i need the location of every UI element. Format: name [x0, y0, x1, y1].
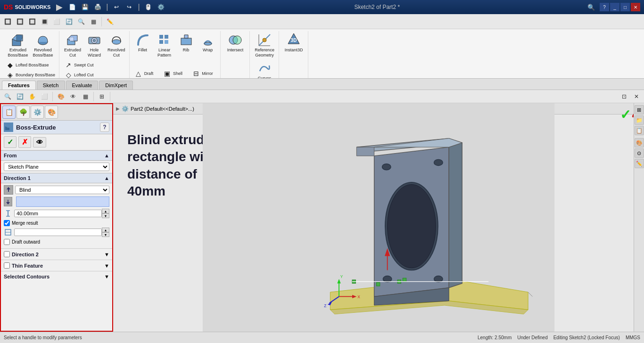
pan-btn[interactable]: ✋ — [26, 91, 38, 102]
view-sep1 — [52, 92, 53, 101]
rt-btn5[interactable]: ⊙ — [635, 148, 644, 158]
cursor-btn[interactable]: 🖱️ — [143, 1, 154, 13]
hide-show-btn[interactable]: 👁 — [67, 91, 79, 102]
intersect-btn[interactable]: Intersect — [225, 31, 246, 54]
display-style-btn[interactable]: 🎨 — [55, 91, 66, 102]
orient-btn[interactable]: ⊞ — [96, 91, 107, 102]
eye-btn[interactable]: 👁 — [33, 137, 46, 147]
svg-text:X: X — [357, 294, 360, 299]
rt-btn4[interactable]: 🎨 — [635, 138, 644, 147]
rt-btn2[interactable]: 📁 — [635, 115, 644, 125]
isometric-btn[interactable]: 🔳 — [39, 16, 50, 27]
draft-outward-checkbox[interactable] — [4, 239, 10, 245]
confirm-btn[interactable]: ✓ — [4, 136, 17, 148]
lofted-boss-btn[interactable]: ◆ Lofted Boss/Base — [4, 60, 57, 70]
help-btn[interactable]: ? — [600, 3, 609, 11]
search-area[interactable]: 🔍 — [587, 3, 595, 11]
redo-btn[interactable]: ↪ — [124, 1, 135, 13]
feature-tree-btn[interactable]: 🌳 — [17, 106, 30, 119]
from-section-body: Sketch Plane Surface/Face/Plane Vertex O… — [1, 161, 112, 173]
settings-btn[interactable]: ⚙️ — [156, 1, 167, 13]
distance-up-btn[interactable]: ▲ — [102, 209, 109, 213]
wrap-btn[interactable]: Wrap — [198, 31, 218, 68]
section-btn[interactable]: ▦ — [88, 16, 99, 27]
close-panel-btn[interactable]: ✕ — [631, 91, 642, 102]
boundary-boss-icon: ◈ — [6, 71, 14, 79]
selected-contours-section[interactable]: Selected Contours ▼ — [1, 271, 112, 282]
second-up-btn[interactable]: ▲ — [102, 228, 109, 232]
thin-feature-checkbox[interactable] — [4, 262, 10, 269]
svg-point-17 — [204, 42, 212, 45]
thin-feature-section[interactable]: Thin Feature ▼ — [1, 260, 112, 271]
instant3d-btn[interactable]: 3D Instant3D — [283, 31, 305, 54]
undo-btn[interactable]: ↩ — [111, 1, 122, 13]
direction2-section[interactable]: Direction 2 ▼ — [1, 248, 112, 260]
zoom-btn[interactable]: 🔍 — [75, 16, 87, 27]
svg-text:3D: 3D — [291, 38, 297, 43]
rt-btn6[interactable]: ✏️ — [635, 159, 644, 168]
merge-result-checkbox[interactable] — [4, 220, 10, 226]
mirror-btn[interactable]: ⊟ Mirror — [190, 69, 218, 78]
draft-btn[interactable]: △ Draft — [132, 69, 160, 78]
rotate-btn[interactable]: 🔄 — [63, 16, 74, 27]
second-input[interactable] — [14, 229, 102, 236]
section-view-btn[interactable]: ▦ — [80, 91, 91, 102]
rotate-view-btn[interactable]: 🔄 — [14, 91, 25, 102]
canvas-area[interactable]: ▶ ⚙️ Part2 (Default<<Default>...) ✓ ✗ Bl… — [113, 103, 644, 332]
save-btn[interactable]: 💾 — [79, 1, 91, 13]
distance-input[interactable]: 40.00mm — [14, 210, 102, 217]
from-dropdown[interactable]: Sketch Plane Surface/Face/Plane Vertex O… — [4, 163, 109, 171]
shell-btn[interactable]: ▣ Shell — [161, 69, 189, 78]
rt-btn3[interactable]: 📋 — [635, 126, 644, 135]
print-btn[interactable]: 🖨️ — [92, 1, 103, 13]
second-down-btn[interactable]: ▼ — [102, 232, 109, 237]
rib-btn[interactable]: Rib — [176, 31, 197, 68]
config-btn[interactable]: ⚙️ — [31, 106, 44, 119]
revolved-boss-btn[interactable]: RevolvedBoss/Base — [31, 31, 55, 59]
linear-pattern-btn[interactable]: LinearPattern — [154, 31, 175, 68]
help-btn[interactable]: ? — [100, 122, 109, 132]
extruded-boss-btn[interactable]: ExtrudedBoss/Base — [6, 31, 30, 59]
zoom-all-btn[interactable]: 🔍 — [2, 91, 13, 102]
top-view-btn[interactable]: 🔲 — [26, 16, 38, 27]
minimize-btn[interactable]: _ — [610, 3, 619, 11]
cancel-btn[interactable]: ✗ — [18, 136, 31, 148]
second-spinner[interactable]: ▲ ▼ — [102, 228, 109, 237]
boundary-boss-btn[interactable]: ◈ Boundary Boss/Base — [4, 70, 57, 79]
distance-spinner[interactable]: ▲ ▼ — [102, 209, 109, 218]
curves-btn[interactable]: Curves — [254, 59, 275, 79]
tab-sketch[interactable]: Sketch — [37, 81, 65, 90]
revolved-cut-btn[interactable]: RevolvedCut — [106, 31, 127, 59]
panel-toggle-btn[interactable]: ⊡ — [619, 91, 630, 102]
direction1-type-dropdown[interactable]: Blind Through All Up To Next Up To Verte… — [15, 186, 109, 194]
model-viewport[interactable]: Y X Z — [113, 103, 644, 332]
appearance-btn[interactable]: 🎨 — [45, 106, 58, 119]
smart-dimension-btn[interactable]: ✏️ — [104, 16, 116, 27]
svg-marker-42 — [449, 143, 462, 288]
reference-geometry-btn[interactable]: ReferenceGeometry — [253, 31, 276, 59]
maximize-btn[interactable]: □ — [620, 3, 630, 11]
property-tab-btn[interactable]: 📋 — [2, 106, 16, 119]
right-view-btn[interactable]: 🔲 — [14, 16, 25, 27]
distance-down-btn[interactable]: ▼ — [102, 213, 109, 218]
new-btn[interactable]: 📄 — [66, 1, 78, 13]
direction1-section-header[interactable]: Direction 1 ▲ — [1, 173, 112, 183]
normal-to-btn[interactable]: ⬜ — [51, 16, 62, 27]
fillet-btn[interactable]: Fillet — [132, 31, 153, 68]
tab-features[interactable]: Features — [2, 81, 36, 90]
dir1-reverse-icon[interactable] — [4, 197, 12, 206]
from-section-header[interactable]: From ▲ — [1, 150, 112, 161]
hole-wizard-btn[interactable]: HoleWizard — [84, 31, 105, 59]
arrow-icon[interactable]: ▶ — [56, 2, 63, 12]
front-view-btn[interactable]: 🔲 — [2, 16, 13, 27]
direction2-checkbox[interactable] — [4, 251, 10, 257]
swept-cut-btn[interactable]: ↗ Swept Cut — [62, 60, 127, 70]
tab-dimxpert[interactable]: DimXpert — [99, 81, 133, 90]
window-controls[interactable]: 🔍 ? _ □ ✕ — [587, 3, 640, 11]
tab-evaluate[interactable]: Evaluate — [66, 81, 99, 90]
zoom-area-btn[interactable]: ⬜ — [39, 91, 50, 102]
close-btn[interactable]: ✕ — [631, 3, 640, 11]
extruded-cut-btn[interactable]: ExtrudedCut — [62, 31, 83, 59]
lofted-cut-btn[interactable]: ◇ Lofted Cut — [62, 70, 127, 79]
rt-btn1[interactable]: ⊞ — [635, 105, 644, 114]
